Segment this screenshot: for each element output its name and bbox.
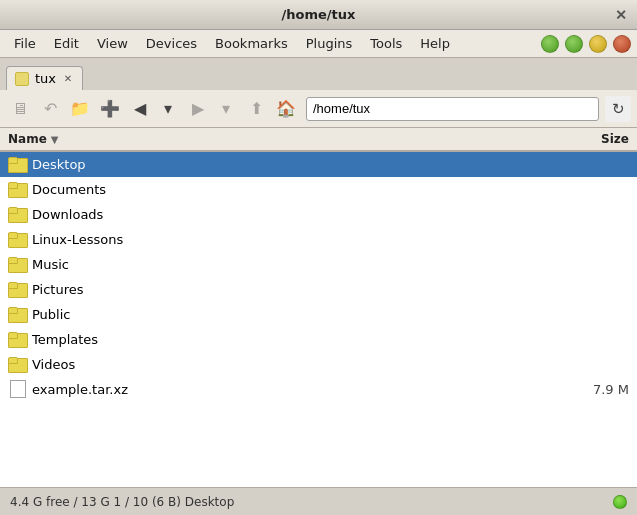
file-row[interactable]: example.tar.xz7.9 M — [0, 377, 637, 402]
folder-icon — [8, 282, 26, 298]
window-close-button[interactable]: ✕ — [613, 7, 629, 23]
folder-icon — [8, 182, 26, 198]
menu-item-plugins[interactable]: Plugins — [298, 34, 361, 53]
title-bar: /home/tux ✕ — [0, 0, 637, 30]
menu-item-view[interactable]: View — [89, 34, 136, 53]
toolbar: 🖥 ↶ 📁 ➕ ◀ ▾ ▶ ▾ ⬆ 🏠 ↻ — [0, 90, 637, 128]
window-title: /home/tux — [24, 7, 613, 22]
name-column-header[interactable]: Name ▼ — [8, 132, 549, 146]
file-row[interactable]: Templates — [0, 327, 637, 352]
status-bar: 4.4 G free / 13 G 1 / 10 (6 B) Desktop — [0, 487, 637, 515]
address-input[interactable] — [306, 97, 599, 121]
new-window-button[interactable]: 🖥 — [6, 95, 34, 123]
folder-icon — [8, 207, 26, 223]
folder-icon — [8, 332, 26, 348]
file-name: Documents — [32, 182, 549, 197]
folder-icon — [8, 307, 26, 323]
history-back-button[interactable]: ◀ — [126, 95, 154, 123]
window-controls — [541, 35, 631, 53]
menu-items: FileEditViewDevicesBookmarksPluginsTools… — [6, 34, 458, 53]
file-name: Linux-Lessons — [32, 232, 549, 247]
menu-item-edit[interactable]: Edit — [46, 34, 87, 53]
history-forward-button[interactable]: ▶ — [184, 95, 212, 123]
history-dropdown-button[interactable]: ▾ — [154, 95, 182, 123]
tab-close-button[interactable]: ✕ — [62, 73, 74, 85]
file-row[interactable]: Downloads — [0, 202, 637, 227]
folder-icon — [8, 232, 26, 248]
folder-icon — [8, 357, 26, 373]
file-list: DesktopDocumentsDownloadsLinux-LessonsMu… — [0, 152, 637, 487]
minimize-button[interactable] — [589, 35, 607, 53]
status-indicator — [613, 495, 627, 509]
history-forward-dropdown-button[interactable]: ▾ — [212, 95, 240, 123]
menu-item-devices[interactable]: Devices — [138, 34, 205, 53]
tab-bar: tux ✕ — [0, 58, 637, 90]
tab-tux[interactable]: tux ✕ — [6, 66, 83, 90]
file-row[interactable]: Documents — [0, 177, 637, 202]
size-column-header[interactable]: Size — [549, 132, 629, 146]
tab-label: tux — [35, 71, 56, 86]
reload-button[interactable]: ↻ — [605, 96, 631, 122]
menu-bar: FileEditViewDevicesBookmarksPluginsTools… — [0, 30, 637, 58]
file-name: Desktop — [32, 157, 549, 172]
maximize-button[interactable] — [541, 35, 559, 53]
file-size: 7.9 M — [549, 382, 629, 397]
close-button[interactable] — [613, 35, 631, 53]
file-row[interactable]: Pictures — [0, 277, 637, 302]
file-row[interactable]: Music — [0, 252, 637, 277]
file-icon — [8, 382, 26, 398]
file-name: example.tar.xz — [32, 382, 549, 397]
new-folder-button[interactable]: ➕ — [96, 95, 124, 123]
folder-icon — [8, 157, 26, 173]
tab-folder-icon — [15, 72, 29, 86]
up-button[interactable]: ⬆ — [242, 95, 270, 123]
menu-item-help[interactable]: Help — [412, 34, 458, 53]
file-name: Music — [32, 257, 549, 272]
menu-item-bookmarks[interactable]: Bookmarks — [207, 34, 296, 53]
file-name: Templates — [32, 332, 549, 347]
file-row[interactable]: Desktop — [0, 152, 637, 177]
file-row[interactable]: Linux-Lessons — [0, 227, 637, 252]
file-name: Public — [32, 307, 549, 322]
menu-item-file[interactable]: File — [6, 34, 44, 53]
sort-arrow-icon: ▼ — [51, 134, 59, 145]
file-row[interactable]: Public — [0, 302, 637, 327]
file-name: Downloads — [32, 207, 549, 222]
address-bar — [306, 97, 599, 121]
menu-item-tools[interactable]: Tools — [362, 34, 410, 53]
folder-icon — [8, 257, 26, 273]
maximize-button-2[interactable] — [565, 35, 583, 53]
status-text: 4.4 G free / 13 G 1 / 10 (6 B) Desktop — [10, 495, 234, 509]
file-name: Videos — [32, 357, 549, 372]
file-name: Pictures — [32, 282, 549, 297]
file-row[interactable]: Videos — [0, 352, 637, 377]
parent-folder-button[interactable]: 📁 — [66, 95, 94, 123]
home-button[interactable]: 🏠 — [272, 95, 300, 123]
column-header: Name ▼ Size — [0, 128, 637, 152]
back-button[interactable]: ↶ — [36, 95, 64, 123]
